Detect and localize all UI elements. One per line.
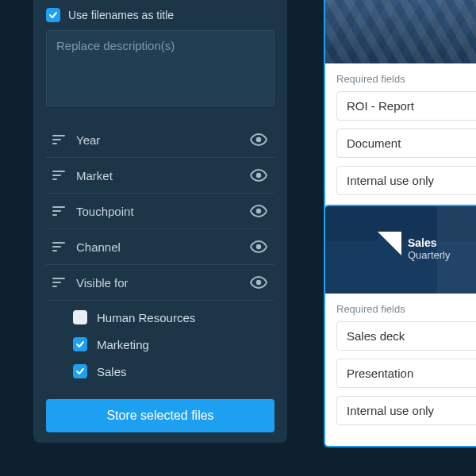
field-type[interactable]: Document [336,129,476,158]
filter-label: Channel [76,240,249,254]
description-textarea[interactable]: Replace description(s) [46,30,274,106]
filter-channel[interactable]: Channel [46,229,274,265]
filter-label: Touchpoint [76,205,249,218]
filter-label: Year [76,133,249,147]
brand-logo-icon [378,232,401,255]
left-settings-panel: Use filenames as title Replace descripti… [33,0,287,443]
check-icon [48,10,58,20]
card-roi-report[interactable]: J Required fields ROI - Report Document … [324,0,476,217]
field-title[interactable]: Sales deck [336,321,476,351]
svg-point-2 [256,209,261,213]
filter-icon [52,171,65,180]
store-button-label: Store selected files [106,409,213,423]
checkbox-marketing[interactable] [73,337,87,351]
card-sales-deck[interactable]: Sales Quarterly K Required fields Sales … [324,205,476,447]
filter-icon [52,135,65,144]
card-header: Sales Quarterly K [325,206,476,294]
eye-icon[interactable] [249,130,268,149]
check-icon [75,340,85,349]
field-title[interactable]: ROI - Report [336,91,476,121]
checkbox-hr[interactable] [73,310,87,324]
visible-for-label: Human Resources [97,311,195,324]
filter-label: Visible for [76,276,249,290]
svg-point-0 [256,137,261,142]
use-filenames-row[interactable]: Use filenames as title [46,8,274,22]
svg-point-1 [256,173,261,178]
filter-icon [52,242,65,251]
svg-point-4 [256,280,261,285]
visible-for-marketing[interactable]: Marketing [73,331,274,358]
use-filenames-label: Use filenames as title [68,9,174,21]
required-fields-label: Required fields [336,73,476,85]
filter-visible-for[interactable]: Visible for [46,265,274,301]
eye-icon[interactable] [249,237,268,256]
filter-icon [52,278,65,287]
field-visibility[interactable]: Internal use only [336,396,476,425]
eye-icon[interactable] [249,202,268,221]
svg-point-3 [256,244,261,249]
card-image: J [325,0,476,63]
visible-for-sales[interactable]: Sales [73,358,274,385]
filter-label: Market [76,169,249,182]
visible-for-hr[interactable]: Human Resources [73,304,274,331]
filter-icon [52,206,65,216]
store-selected-button[interactable]: Store selected files [46,399,274,432]
filter-year[interactable]: Year [46,122,274,158]
eye-icon[interactable] [249,273,268,292]
required-fields-label: Required fields [336,303,476,315]
filter-market[interactable]: Market [46,158,274,194]
field-type[interactable]: Presentation [336,359,476,388]
filter-touchpoint[interactable]: Touchpoint [46,194,274,229]
eye-icon[interactable] [249,166,268,185]
visible-for-label: Marketing [97,338,149,351]
field-visibility[interactable]: Internal use only [336,166,476,195]
checkbox-sales[interactable] [73,364,87,378]
card-body: Required fields ROI - Report Document In… [325,63,476,216]
check-icon [75,367,85,376]
use-filenames-checkbox[interactable] [46,8,60,22]
description-placeholder: Replace description(s) [56,39,264,52]
visible-for-group: Human Resources Marketing Sales [73,304,274,385]
visible-for-label: Sales [97,365,127,378]
card-body: Required fields Sales deck Presentation … [325,294,476,446]
